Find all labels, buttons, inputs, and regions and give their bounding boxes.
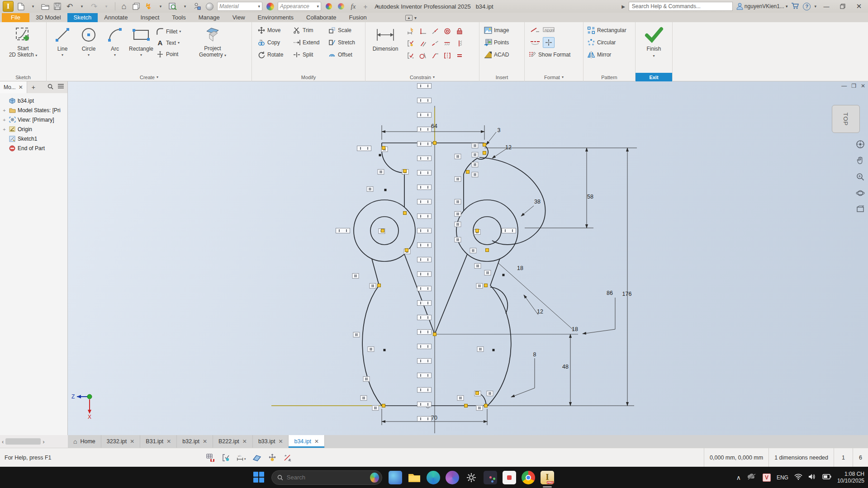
cart-icon[interactable] [791,2,799,11]
constraint-glyph[interactable] [455,237,461,242]
constraint-button[interactable] [441,49,453,62]
start-button[interactable] [253,472,265,483]
browser-tab[interactable]: Mo...✕ [0,81,27,93]
bolt-caret[interactable]: ▾ [156,2,165,11]
constraint-glyph[interactable] [474,263,481,269]
ribbon-tab[interactable]: Environments [251,13,300,22]
finish-sketch-button[interactable]: Finish▾ [638,24,669,58]
ribbon-tab[interactable]: Inspect [134,13,166,22]
home-tab[interactable]: ⌂ Home [68,435,101,448]
add-qat-icon[interactable]: + [361,2,370,11]
constraint-glyph[interactable] [370,283,376,289]
constraint-glyph[interactable] [472,172,479,177]
constraint-glyph[interactable] [353,332,360,337]
close-button[interactable]: ✕ [853,1,865,11]
constraint-glyph[interactable] [417,98,432,103]
panel-label-constrain[interactable]: Constrain▾ [365,73,479,81]
edge-icon[interactable] [427,471,440,484]
constraint-glyph[interactable] [417,156,432,161]
close-tab-icon[interactable]: ✕ [314,438,319,445]
constraint-glyph[interactable] [417,199,432,204]
sketch-point[interactable] [382,404,385,407]
doc-restore-icon[interactable]: ❐ [851,83,856,89]
constraint-glyph[interactable] [472,162,479,167]
close-tab-icon[interactable]: ✕ [278,438,283,445]
sketch-point[interactable] [475,229,479,232]
browser-tree-item[interactable]: + Model States: [Pri [2,105,67,115]
taskbar-search[interactable] [271,470,382,485]
tree-expander[interactable]: + [2,117,7,123]
tree-expander[interactable]: + [2,127,7,132]
constraint-glyph[interactable] [417,402,432,407]
constraint-glyph[interactable] [417,112,432,118]
sketch-point[interactable] [377,284,381,287]
constraint-button[interactable] [404,37,417,49]
dimension-label[interactable]: 86 [607,290,613,296]
antivirus-v-icon[interactable]: V [763,474,771,482]
constraint-button[interactable] [429,25,441,37]
pattern-tool-button[interactable]: Mirror [587,48,626,61]
constraint-glyph[interactable] [417,141,432,147]
help-caret[interactable]: ▾ [814,4,816,9]
browser-search-icon[interactable] [47,84,53,91]
modify-tool-button[interactable]: Move [257,24,293,36]
sketch-point[interactable] [403,169,407,173]
create-side-button[interactable]: Fillet▾ [156,26,195,37]
constraint-button[interactable] [453,37,465,49]
language-indicator[interactable]: ENG [777,474,788,481]
modify-tool-button[interactable]: Scale [328,24,363,36]
appearance-combo[interactable]: Appearance▾ [278,2,321,11]
constraint-glyph[interactable] [363,376,370,382]
dimension-display-icon[interactable]: +/−▾ [237,453,247,463]
constraint-glyph[interactable] [372,405,379,411]
orbit-icon[interactable] [855,188,865,198]
panel-label-insert[interactable]: Insert [479,73,524,81]
insert-tool-button[interactable]: Image [484,24,509,36]
ribbon-tab[interactable]: Annotate [98,13,134,22]
document-tab[interactable]: B222.ipt✕ [213,435,253,448]
constraint-glyph[interactable] [417,300,432,306]
home-icon[interactable]: ⌂ [119,2,128,11]
taskbar-search-input[interactable] [287,474,366,481]
constraint-button[interactable] [429,37,441,49]
scroll-left-icon[interactable]: ‹ [2,438,4,445]
panel-label-format[interactable]: Format▾ [525,73,583,81]
material-ball-icon[interactable] [205,2,214,11]
copy-screen-icon[interactable] [132,2,141,11]
browser-tree-item[interactable]: + View: [Primary] [2,115,67,124]
panel-label-pattern[interactable]: Pattern [583,73,635,81]
ilogic-bolt-icon[interactable]: ↯ [144,2,153,11]
tray-chevron-icon[interactable]: ∧ [736,474,741,481]
sketch-point[interactable] [464,404,468,407]
parameters-fx-icon[interactable]: fx [349,2,358,11]
create-tool-button[interactable]: Arc▾ [102,24,128,57]
show-format-button[interactable]: Show Format [528,48,570,61]
dimension-label[interactable]: 64 [431,123,437,129]
constraint-button[interactable] [453,25,465,37]
constraint-glyph[interactable] [493,349,495,351]
sketch-point[interactable] [403,211,407,215]
sketch-point[interactable] [433,141,436,145]
constraint-glyph[interactable] [417,329,432,335]
doc-minimize-icon[interactable]: — [841,83,847,89]
constraint-glyph[interactable] [417,373,432,378]
modify-tool-button[interactable]: Trim [293,24,328,36]
onedrive-paused-icon[interactable] [747,473,757,482]
infer-constraints-icon[interactable] [221,453,231,463]
update-caret[interactable]: ▾ [180,2,190,11]
taskbar-clock[interactable]: 1:08 CH 10/10/2025 [837,471,864,484]
close-tab-icon[interactable]: ✕ [166,438,171,445]
redo-icon[interactable]: ↷ [90,2,99,11]
document-tab[interactable]: b34.ipt✕ [289,435,325,448]
dimension-label[interactable]: 8 [533,351,536,358]
look-at-icon[interactable] [855,204,865,214]
create-tool-button[interactable]: Line▾ [49,24,76,57]
sketch-point[interactable] [466,170,470,174]
save-icon[interactable] [53,2,62,11]
constraint-glyph[interactable] [503,274,505,276]
constraint-glyph[interactable] [336,228,350,233]
ribbon-tab[interactable]: 3D Model [29,13,67,22]
redo-caret[interactable]: ▾ [102,2,111,11]
panel-label-modify[interactable]: Modify [252,73,365,81]
photos-icon[interactable] [446,471,459,484]
